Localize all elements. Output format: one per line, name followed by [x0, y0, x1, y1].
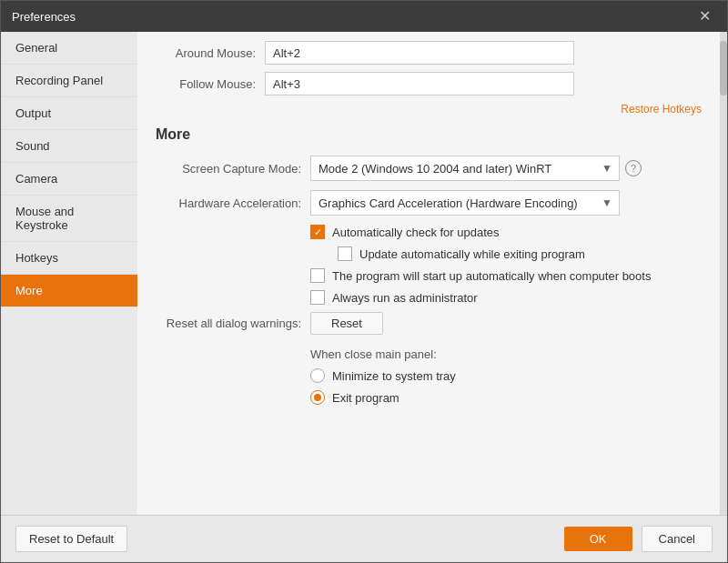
auto-check-updates-label: Automatically check for updates: [332, 226, 500, 239]
preferences-window: Preferences ✕ General Recording Panel Ou…: [0, 0, 728, 563]
footer-right: OK Cancel: [564, 526, 713, 552]
scroll-content: Around Mouse: Follow Mouse: Restore Hotk…: [137, 32, 720, 515]
hardware-accel-label: Hardware Acceleration:: [156, 196, 310, 210]
minimize-tray-row: Minimize to system tray: [310, 368, 702, 383]
exit-program-row: Exit program: [310, 390, 702, 405]
minimize-tray-label: Minimize to system tray: [332, 369, 456, 383]
around-mouse-label: Around Mouse:: [156, 46, 265, 60]
main-content: General Recording Panel Output Sound Cam…: [1, 32, 727, 515]
window-title: Preferences: [12, 10, 76, 24]
screen-capture-label: Screen Capture Mode:: [156, 162, 310, 176]
update-auto-row: Update automatically while exiting progr…: [156, 246, 702, 261]
auto-check-updates-row: Automatically check for updates: [156, 225, 702, 239]
startup-checkbox[interactable]: [310, 268, 325, 283]
cancel-button[interactable]: Cancel: [642, 526, 713, 552]
screen-capture-select[interactable]: Mode 2 (Windows 10 2004 and later) WinRT: [310, 156, 620, 181]
screen-capture-row: Screen Capture Mode: Mode 2 (Windows 10 …: [156, 156, 702, 181]
exit-program-radio[interactable]: [310, 390, 325, 405]
scrollbar-track[interactable]: [720, 32, 727, 515]
hardware-accel-select[interactable]: Graphics Card Acceleration (Hardware Enc…: [310, 190, 620, 216]
more-section-title: More: [156, 126, 702, 143]
screen-capture-help-icon[interactable]: ?: [625, 160, 642, 176]
sidebar-item-mouse-keystroke[interactable]: Mouse and Keystroke: [1, 196, 137, 242]
admin-label: Always run as administrator: [332, 291, 478, 305]
hardware-accel-row: Hardware Acceleration: Graphics Card Acc…: [156, 190, 702, 216]
sidebar-item-general[interactable]: General: [1, 32, 137, 65]
when-close-section: When close main panel: Minimize to syste…: [156, 347, 702, 405]
reset-dialogs-button[interactable]: Reset: [310, 312, 383, 335]
follow-mouse-input[interactable]: [265, 72, 574, 96]
startup-row: The program will start up automatically …: [156, 268, 702, 283]
follow-mouse-label: Follow Mouse:: [156, 77, 265, 91]
minimize-tray-radio[interactable]: [310, 368, 325, 383]
sidebar-item-output[interactable]: Output: [1, 97, 137, 130]
exit-program-label: Exit program: [332, 391, 399, 405]
reset-dialogs-label: Reset all dialog warnings:: [156, 317, 310, 330]
sidebar-item-camera[interactable]: Camera: [1, 163, 137, 196]
title-bar: Preferences ✕: [1, 1, 727, 32]
restore-hotkeys-link[interactable]: Restore Hotkeys: [621, 103, 702, 116]
follow-mouse-row: Follow Mouse:: [156, 72, 702, 96]
sidebar-item-hotkeys[interactable]: Hotkeys: [1, 242, 137, 275]
ok-button[interactable]: OK: [564, 527, 632, 551]
footer: Reset to Default OK Cancel: [1, 515, 727, 562]
when-close-label: When close main panel:: [310, 347, 702, 361]
close-button[interactable]: ✕: [693, 7, 716, 25]
reset-to-default-button[interactable]: Reset to Default: [15, 526, 127, 552]
around-mouse-input[interactable]: [265, 41, 574, 65]
update-auto-checkbox[interactable]: [338, 246, 352, 261]
hardware-accel-select-wrapper: Graphics Card Acceleration (Hardware Enc…: [310, 190, 620, 216]
scrollbar-thumb[interactable]: [720, 41, 727, 96]
sidebar: General Recording Panel Output Sound Cam…: [1, 32, 137, 515]
admin-row: Always run as administrator: [156, 290, 702, 305]
around-mouse-row: Around Mouse:: [156, 41, 702, 65]
sidebar-item-sound[interactable]: Sound: [1, 130, 137, 163]
auto-check-updates-checkbox[interactable]: [310, 225, 325, 239]
screen-capture-select-wrapper: Mode 2 (Windows 10 2004 and later) WinRT…: [310, 156, 620, 181]
restore-hotkeys-row: Restore Hotkeys: [156, 103, 702, 116]
sidebar-item-more[interactable]: More: [1, 275, 137, 307]
admin-checkbox[interactable]: [310, 290, 325, 305]
reset-dialogs-row: Reset all dialog warnings: Reset: [156, 312, 702, 335]
update-auto-label: Update automatically while exiting progr…: [359, 247, 585, 261]
startup-label: The program will start up automatically …: [332, 269, 651, 283]
sidebar-item-recording-panel[interactable]: Recording Panel: [1, 65, 137, 97]
content-area: Around Mouse: Follow Mouse: Restore Hotk…: [137, 32, 720, 515]
footer-left: Reset to Default: [15, 526, 127, 552]
